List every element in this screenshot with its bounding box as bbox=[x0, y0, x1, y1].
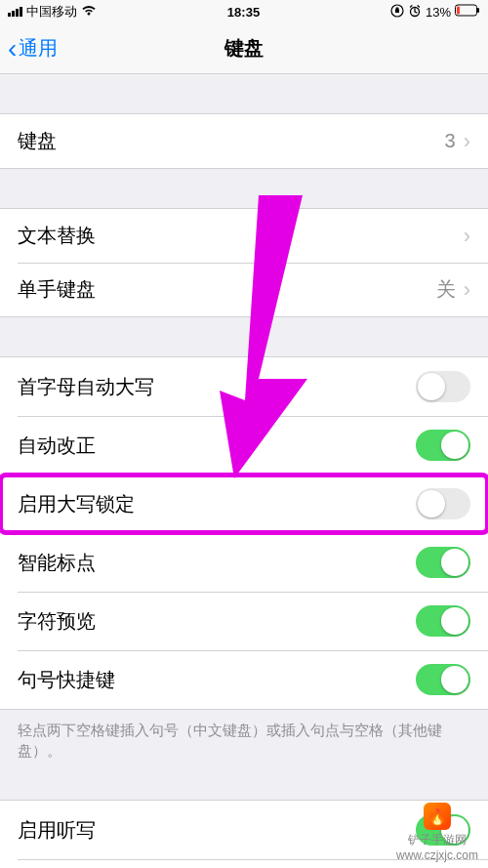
row-one-handed[interactable]: 单手键盘 关 › bbox=[0, 263, 488, 316]
toggle-auto-capitalize[interactable] bbox=[416, 371, 470, 402]
row-caps-lock: 启用大写锁定 bbox=[0, 475, 488, 533]
row-auto-capitalize: 首字母自动大写 bbox=[0, 357, 488, 416]
svg-rect-4 bbox=[477, 8, 479, 13]
row-label: 键盘 bbox=[18, 128, 57, 154]
row-period-shortcut: 句号快捷键 bbox=[0, 650, 488, 709]
status-time: 18:35 bbox=[227, 5, 260, 20]
chevron-left-icon: ‹ bbox=[8, 35, 17, 62]
group-text: 文本替换 › 单手键盘 关 › bbox=[0, 208, 488, 317]
svg-rect-3 bbox=[457, 7, 460, 15]
alarm-icon bbox=[408, 4, 422, 21]
signal-icon bbox=[8, 7, 22, 17]
toggle-character-preview[interactable] bbox=[416, 605, 470, 637]
battery-icon bbox=[455, 4, 480, 20]
row-smart-punctuation: 智能标点 bbox=[0, 533, 488, 592]
row-label: 文本替换 bbox=[18, 223, 96, 249]
watermark-logo-icon: 🔥 bbox=[424, 803, 451, 830]
toggle-auto-correct[interactable] bbox=[416, 430, 470, 461]
row-auto-correct: 自动改正 bbox=[0, 416, 488, 475]
carrier-label: 中国移动 bbox=[26, 3, 77, 21]
footnote-period: 轻点两下空格键插入句号（中文键盘）或插入句点与空格（其他键盘）。 bbox=[0, 710, 488, 761]
toggle-period-shortcut[interactable] bbox=[416, 664, 470, 695]
toggle-smart-punctuation[interactable] bbox=[416, 547, 470, 578]
row-label: 自动改正 bbox=[18, 433, 96, 459]
row-text-replacement[interactable]: 文本替换 › bbox=[0, 209, 488, 263]
row-value: 关 bbox=[436, 276, 456, 303]
row-label: 首字母自动大写 bbox=[18, 374, 154, 400]
watermark: 🔥 铲子手游网 www.czjxjc.com bbox=[396, 803, 478, 862]
battery-percent: 13% bbox=[426, 5, 451, 20]
status-right: 13% bbox=[390, 4, 480, 21]
chevron-right-icon: › bbox=[464, 224, 470, 249]
back-label: 通用 bbox=[19, 35, 58, 62]
toggle-caps-lock[interactable] bbox=[416, 488, 470, 519]
page-title: 键盘 bbox=[224, 35, 264, 62]
row-value: 3 bbox=[445, 130, 456, 152]
wifi-icon bbox=[81, 5, 97, 20]
chevron-right-icon: › bbox=[464, 129, 470, 154]
row-label: 启用听写 bbox=[18, 817, 96, 844]
row-label: 句号快捷键 bbox=[18, 667, 115, 693]
group-typing: 首字母自动大写 自动改正 启用大写锁定 智能标点 字符预览 句号快捷键 bbox=[0, 356, 488, 710]
status-left: 中国移动 bbox=[8, 3, 97, 21]
nav-bar: ‹ 通用 键盘 bbox=[0, 23, 488, 74]
watermark-text1: 铲子手游网 bbox=[408, 832, 467, 848]
orientation-lock-icon bbox=[390, 4, 404, 21]
watermark-text2: www.czjxjc.com bbox=[396, 848, 478, 862]
row-label: 字符预览 bbox=[18, 608, 96, 635]
back-button[interactable]: ‹ 通用 bbox=[0, 35, 58, 62]
chevron-right-icon: › bbox=[464, 277, 470, 303]
row-label: 启用大写锁定 bbox=[18, 491, 135, 517]
row-character-preview: 字符预览 bbox=[0, 592, 488, 650]
row-label: 单手键盘 bbox=[18, 276, 96, 303]
row-label: 智能标点 bbox=[18, 550, 96, 576]
row-keyboards[interactable]: 键盘 3 › bbox=[0, 114, 488, 168]
group-keyboards: 键盘 3 › bbox=[0, 113, 488, 169]
status-bar: 中国移动 18:35 13% bbox=[0, 0, 488, 23]
